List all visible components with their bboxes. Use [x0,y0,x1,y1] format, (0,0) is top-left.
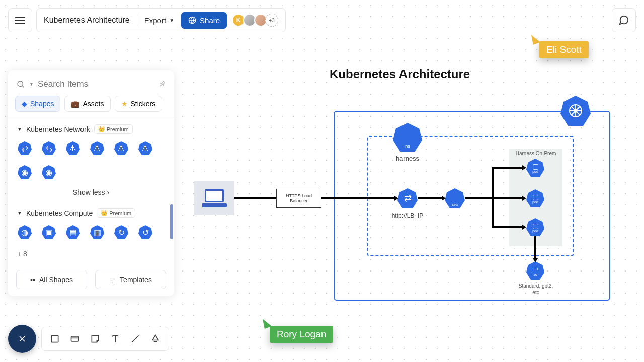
arrow-icon [522,165,526,170]
tab-shapes[interactable]: ◆ Shapes [15,96,60,112]
show-less-button[interactable]: Show less › [17,185,165,201]
shape-k8s-compute[interactable]: ↺ [138,225,153,240]
storageclass-caption: Standard, gpt2, etc [518,283,553,296]
harness-group-label: Harness On-Prem [509,151,562,156]
helm-icon [568,103,584,119]
line-tool[interactable] [126,330,144,348]
connector[interactable] [234,197,276,199]
chevron-down-icon: ▼ [169,18,174,23]
chat-icon [618,15,629,26]
svg-rect-5 [51,335,58,342]
shape-k8s-compute[interactable]: ↻ [114,225,129,240]
kubernetes-logo[interactable] [560,96,591,126]
star-icon: ★ [121,100,128,108]
search-input[interactable] [38,79,154,89]
connector[interactable] [321,197,395,199]
collaborator-cursor-eli: Eli Scott [539,41,589,58]
arrow-icon [522,196,526,201]
diamond-icon: ◆ [22,100,27,108]
load-balancer-node[interactable]: HTTPS Load Balancer [276,189,321,208]
briefcase-icon: 💼 [71,100,79,108]
document-bar: Kubernetes Architecture Export ▼ Share K… [36,8,286,32]
document-title[interactable]: Kubernetes Architecture [44,16,130,25]
close-icon [17,334,27,344]
sticky-tool[interactable] [86,330,104,348]
all-shapes-button[interactable]: ▪▪ All Shapes [16,270,87,289]
premium-badge: 👑Premium [97,208,135,218]
chevron-right-icon: › [107,188,110,196]
comments-button[interactable] [612,8,636,32]
namespace-node[interactable]: ns [393,123,422,152]
svg-line-2 [22,86,24,87]
grid-icon: ▪▪ [30,276,35,284]
highlight-tool[interactable] [146,330,165,348]
arrow-icon [442,196,446,201]
tab-assets[interactable]: 💼 Assets [64,96,110,112]
menu-button[interactable] [8,8,32,32]
card-tool[interactable] [66,330,84,348]
layout-icon: ▥ [109,276,116,284]
shape-k8s-network[interactable]: ⩚ [65,141,80,156]
arrow-icon [522,225,526,230]
share-button[interactable]: Share [181,12,227,29]
bottom-toolbar: T [8,325,169,353]
chevron-down-icon: ▼ [17,126,22,132]
group-kubernetes-compute[interactable]: ▼ Kubernetes Compute 👑Premium [17,201,165,222]
shape-k8s-network[interactable]: ⩚ [90,141,105,156]
connector[interactable] [492,167,523,169]
scrollbar-thumb[interactable] [170,204,173,239]
export-button[interactable]: Export ▼ [144,16,174,25]
connector[interactable] [465,197,493,199]
templates-button[interactable]: ▥ Templates [95,270,166,289]
shape-k8s-network[interactable]: ⩚ [138,141,153,156]
more-shapes-indicator[interactable]: + 8 [17,245,165,263]
chevron-down-icon: ▼ [17,210,22,216]
svg-rect-17 [202,203,227,207]
svg-point-1 [18,81,23,87]
shape-k8s-compute[interactable]: ▥ [90,225,105,240]
arrow-icon [394,196,398,201]
shapes-panel: ▼ ◆ Shapes 💼 Assets ★ Stickers ▼ Kuberne… [8,70,174,296]
laptop-icon [201,187,228,209]
connector[interactable] [534,236,536,259]
hamburger-icon [15,20,25,21]
pin-icon[interactable] [156,79,168,90]
connector[interactable] [492,226,523,228]
shape-k8s-network[interactable]: ⇄ [17,141,32,156]
collaborator-cursor-rory: Rory Logan [270,326,333,343]
text-tool[interactable]: T [106,330,124,348]
share-label: Share [200,16,220,25]
connector[interactable] [492,197,523,199]
shape-k8s-network[interactable]: ⩚ [114,141,129,156]
namespace-caption: harness [393,155,422,162]
arrow-icon [533,258,538,262]
group-kubernetes-network[interactable]: ▼ Kubernetes Network 👑Premium [17,117,165,138]
shape-k8s-compute[interactable]: ▣ [41,225,56,240]
shape-k8s-network[interactable]: ◉ [17,165,32,180]
collaborator-avatars[interactable]: K +3 [234,14,278,27]
avatar-more[interactable]: +3 [265,14,278,27]
tab-stickers[interactable]: ★ Stickers [115,96,163,112]
svg-rect-6 [71,336,79,341]
shape-k8s-network[interactable]: ⇆ [41,141,56,156]
top-toolbar: Kubernetes Architecture Export ▼ Share K… [8,8,286,32]
diagram-title[interactable]: Kubernetes Architecture [330,67,470,81]
shape-k8s-network[interactable]: ◉ [41,165,56,180]
svg-rect-16 [206,191,222,201]
premium-badge: 👑Premium [94,124,133,134]
rectangle-tool[interactable] [46,330,64,348]
shape-k8s-compute[interactable]: ◍ [17,225,32,240]
shape-k8s-compute[interactable]: ▤ [65,225,80,240]
client-laptop[interactable] [194,181,234,215]
ingress-caption: http://LB_IP [387,212,428,219]
chevron-down-icon[interactable]: ▼ [29,82,34,87]
svg-line-8 [132,335,138,342]
close-button[interactable] [8,325,36,353]
export-label: Export [144,16,166,25]
connector[interactable] [418,197,443,199]
search-icon [16,80,25,89]
globe-icon [188,16,196,24]
